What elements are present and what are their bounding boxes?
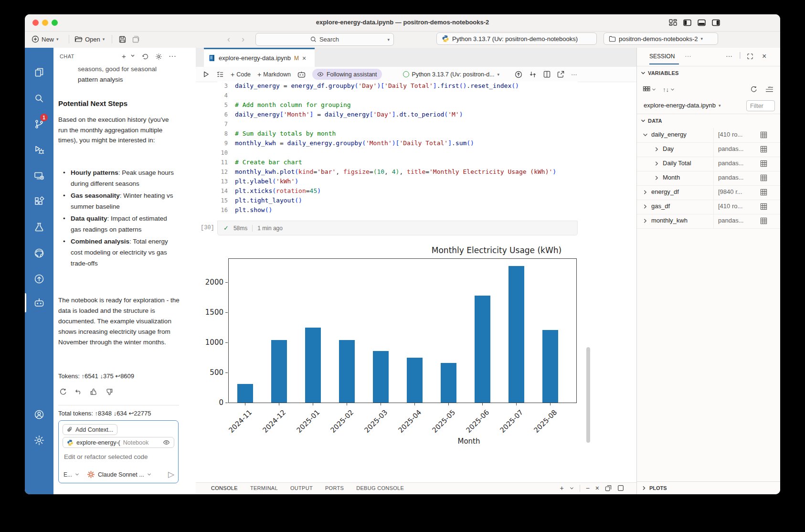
sidebar-item-extensions[interactable] — [25, 190, 53, 213]
sidebar-item-search[interactable] — [25, 87, 53, 110]
open-data-grid-icon[interactable] — [760, 146, 767, 153]
code-line[interactable]: 5# Add month column for grouping — [217, 100, 578, 110]
regenerate-icon[interactable] — [59, 388, 67, 396]
chat-more-actions-icon[interactable]: ··· — [169, 52, 176, 61]
code-line[interactable]: 12monthly_kwh.plot(kind='bar', figsize=(… — [217, 167, 578, 177]
sidebar-item-explorer[interactable] — [25, 61, 53, 84]
code-line[interactable]: 7 — [217, 119, 578, 129]
tab-close-icon[interactable]: × — [302, 54, 306, 62]
interpreter-selector[interactable]: Python 3.13.7 (Uv: positron-demo-noteboo… — [436, 32, 597, 45]
new-console-caret-icon[interactable] — [570, 487, 574, 490]
thumbs-up-icon[interactable] — [90, 388, 98, 396]
code-line[interactable]: 14plt.xticks(rotation=45) — [217, 186, 578, 196]
sidebar-item-publish[interactable] — [25, 267, 53, 290]
chat-settings-gear-icon[interactable] — [155, 53, 162, 60]
sidebar-item-run-debug[interactable] — [25, 138, 53, 161]
minimize-panel-icon[interactable]: − — [586, 484, 590, 492]
toggle-bottom-panel-icon[interactable] — [697, 18, 706, 27]
open-data-grid-icon[interactable] — [760, 203, 767, 210]
chevron-right-icon[interactable] — [654, 175, 659, 181]
sidebar-item-settings-gear[interactable] — [25, 429, 53, 452]
forward-button[interactable]: › — [242, 33, 244, 45]
variable-row-energy_df[interactable]: energy_df[9840 r... — [637, 185, 780, 200]
new-console-icon[interactable]: + — [560, 484, 563, 492]
chevron-right-icon[interactable] — [643, 204, 648, 209]
chevron-right-icon[interactable] — [654, 161, 659, 166]
thumbs-down-icon[interactable] — [105, 388, 113, 396]
add-markdown-cell-button[interactable]: +Markdown — [257, 71, 291, 78]
open-button[interactable]: Open ▾ — [74, 33, 105, 45]
project-selector[interactable]: positron-demos-notebooks-2 ▾ — [604, 32, 718, 45]
open-data-grid-icon[interactable] — [760, 160, 767, 167]
diff-icon[interactable] — [529, 71, 537, 78]
publish-icon[interactable] — [515, 71, 522, 78]
sidebar-item-testing[interactable] — [25, 216, 53, 239]
variable-row-day[interactable]: Daypandas... — [637, 142, 780, 157]
maximize-panel-icon[interactable] — [617, 485, 624, 491]
send-icon[interactable]: ▷ — [168, 469, 174, 479]
open-in-window-icon[interactable] — [557, 71, 564, 78]
expand-panel-icon[interactable] — [747, 53, 753, 60]
code-line[interactable]: 16plt.show() — [217, 205, 578, 215]
outline-button[interactable] — [216, 71, 224, 78]
editor-scrollbar[interactable] — [586, 347, 590, 443]
code-line[interactable]: 15plt.tight_layout() — [217, 196, 578, 205]
code-line[interactable]: 13plt.ylabel('kWh') — [217, 177, 578, 186]
code-line[interactable]: 9monthly_kwh = daily_energy.groupby('Mon… — [217, 138, 578, 148]
code-line[interactable]: 6daily_energy['Month'] = daily_energy['D… — [217, 110, 578, 119]
eye-icon[interactable] — [163, 440, 170, 445]
sidebar-item-account[interactable] — [25, 403, 53, 426]
open-data-grid-icon[interactable] — [760, 217, 767, 224]
refresh-icon[interactable] — [750, 85, 758, 93]
sidebar-item-assistant[interactable] — [25, 291, 53, 314]
open-data-grid-icon[interactable] — [760, 131, 767, 138]
panel-tab-ports[interactable]: PORTS — [325, 483, 344, 494]
tabs-more-icon[interactable]: ··· — [685, 52, 691, 60]
panel-tab-output[interactable]: OUTPUT — [290, 483, 313, 494]
assistant-robot-icon[interactable] — [297, 71, 306, 78]
variable-row-gas_df[interactable]: gas_df[410 ro... — [637, 200, 780, 214]
code-line[interactable]: 3daily_energy = energy_df.groupby('Day')… — [217, 81, 578, 91]
open-data-grid-icon[interactable] — [760, 174, 767, 181]
save-all-button[interactable] — [132, 33, 140, 45]
more-actions-icon[interactable]: ··· — [571, 71, 577, 78]
code-line[interactable]: 8# Sum daily totals by month — [217, 129, 578, 138]
clear-variables-icon[interactable] — [765, 86, 773, 93]
toggle-left-panel-icon[interactable] — [683, 18, 692, 27]
group-by-button[interactable] — [643, 86, 656, 93]
sort-button[interactable]: ↑↓ — [663, 86, 675, 93]
close-panel-icon[interactable]: × — [595, 484, 599, 492]
chat-input-placeholder[interactable]: Edit or refactor selected code — [64, 453, 148, 460]
float-panel-icon[interactable] — [605, 485, 612, 491]
session-selector[interactable]: explore-energy-data.ipynb ▾ — [644, 102, 721, 109]
sidebar-item-github[interactable] — [25, 242, 53, 265]
filter-input[interactable]: Filter — [746, 100, 775, 111]
code-cell[interactable]: 3daily_energy = energy_df.groupby('Day')… — [217, 81, 578, 215]
chevron-right-icon[interactable] — [643, 218, 648, 223]
variable-row-month[interactable]: Monthpandas... — [637, 171, 780, 186]
kernel-selector[interactable]: Python 3.13.7 (Uv: positron-d... ▾ — [403, 71, 500, 78]
variable-row-daily-total[interactable]: Daily Totalpandas... — [637, 157, 780, 171]
panel-tab-console[interactable]: CONSOLE — [211, 483, 238, 494]
toggle-right-panel-icon[interactable] — [711, 18, 720, 27]
model-selector[interactable]: Claude Sonnet ... — [98, 471, 144, 478]
sidebar-item-remote-sessions[interactable] — [25, 164, 53, 187]
split-editor-icon[interactable] — [543, 71, 551, 78]
new-chat-caret-icon[interactable] — [130, 52, 135, 60]
chevron-down-icon[interactable] — [643, 132, 648, 138]
back-button[interactable]: ‹ — [227, 33, 230, 45]
variable-row-monthly_kwh[interactable]: monthly_kwhpandas... — [637, 214, 780, 229]
variables-section-header[interactable]: VARIABLES — [637, 67, 780, 79]
add-code-cell-button[interactable]: +Code — [231, 71, 251, 78]
run-all-button[interactable] — [202, 71, 210, 78]
mode-selector[interactable]: E... — [64, 471, 72, 478]
panel-tab-terminal[interactable]: TERMINAL — [250, 483, 278, 494]
new-chat-button[interactable]: + — [122, 52, 126, 60]
code-line[interactable]: 4 — [217, 91, 578, 100]
panel-tab-debug-console[interactable]: DEBUG CONSOLE — [356, 483, 404, 494]
chevron-right-icon[interactable] — [643, 190, 648, 195]
sidebar-item-source-control[interactable]: 1 — [25, 113, 53, 136]
chevron-right-icon[interactable] — [654, 147, 659, 152]
customize-layout-icon[interactable] — [668, 18, 678, 27]
chat-input-card[interactable]: Add Context... explore-energy-( Notebook… — [58, 420, 179, 483]
